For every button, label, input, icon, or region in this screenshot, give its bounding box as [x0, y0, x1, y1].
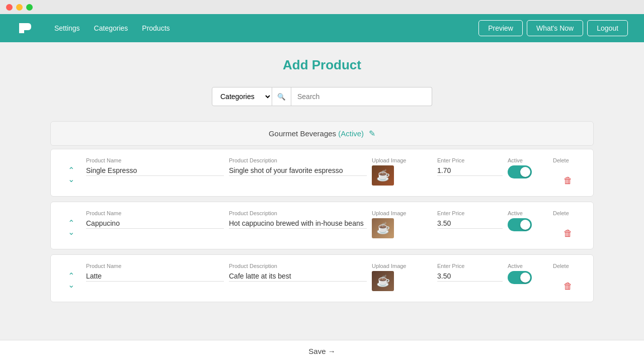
arrow-up-3[interactable]: ⌃: [68, 272, 74, 280]
arrow-down-1[interactable]: ⌄: [68, 175, 74, 184]
edit-category-icon[interactable]: ✎: [369, 129, 375, 138]
category-name: Gourmet Beverages: [269, 129, 336, 138]
product-delete-label-3: Delete: [553, 263, 583, 269]
sort-arrows-3: ⌃ ⌄: [61, 263, 81, 289]
product-active-toggle-2[interactable]: [508, 218, 532, 231]
product-desc-label-3: Product Description: [229, 263, 367, 269]
search-input[interactable]: [291, 87, 432, 106]
product-name-group-3: Product Name: [86, 263, 224, 282]
close-button[interactable]: [6, 4, 13, 11]
product-name-input-1[interactable]: [86, 165, 224, 176]
product-name-input-3[interactable]: [86, 271, 224, 282]
product-delete-btn-2[interactable]: 🗑: [553, 218, 583, 239]
search-icon: 🔍: [277, 93, 286, 101]
arrow-down-3[interactable]: ⌄: [68, 281, 74, 289]
product-price-input-1[interactable]: [437, 165, 503, 176]
toggle-thumb-3: [520, 273, 530, 283]
product-active-group-3: Active: [508, 263, 548, 284]
main-content: Add Product Categories 🔍 Gourmet Beverag…: [0, 42, 644, 362]
product-delete-label-2: Delete: [553, 210, 583, 216]
product-delete-group-1: Delete 🗑: [553, 157, 583, 186]
product-name-group-2: Product Name: [86, 210, 224, 229]
product-active-label-3: Active: [508, 263, 548, 269]
product-price-label-1: Enter Price: [437, 157, 503, 163]
maximize-button[interactable]: [26, 4, 33, 11]
product-active-group-2: Active: [508, 210, 548, 231]
product-image-label-2: Upload Image: [372, 210, 432, 216]
product-image-2[interactable]: ☕: [372, 218, 394, 238]
product-image-group-2: Upload Image ☕: [372, 210, 432, 238]
arrow-up-1[interactable]: ⌃: [68, 166, 74, 174]
product-desc-group-1: Product Description: [229, 157, 367, 176]
search-button[interactable]: 🔍: [272, 87, 291, 106]
toggle-thumb-1: [520, 167, 530, 177]
product-active-group-1: Active: [508, 157, 548, 178]
sort-arrows-2: ⌃ ⌄: [61, 210, 81, 236]
navbar-actions: Preview What's Now Logout: [478, 20, 628, 36]
search-bar-inner: Categories 🔍: [212, 87, 432, 106]
product-card-1: ⌃ ⌄ Product Name Product Description Upl…: [50, 149, 594, 197]
product-delete-btn-3[interactable]: 🗑: [553, 271, 583, 292]
product-row-3: ⌃ ⌄ Product Name Product Description Upl…: [61, 263, 583, 292]
navbar-links: Settings Categories Products: [54, 24, 478, 32]
product-desc-label-2: Product Description: [229, 210, 367, 216]
preview-button[interactable]: Preview: [478, 20, 523, 36]
product-card-3: ⌃ ⌄ Product Name Product Description Upl…: [50, 254, 594, 302]
product-delete-group-2: Delete 🗑: [553, 210, 583, 239]
product-active-label-2: Active: [508, 210, 548, 216]
product-price-input-3[interactable]: [437, 271, 503, 282]
product-delete-btn-1[interactable]: 🗑: [553, 165, 583, 186]
arrow-up-2[interactable]: ⌃: [68, 219, 74, 227]
product-price-label-3: Enter Price: [437, 263, 503, 269]
product-desc-input-2[interactable]: [229, 218, 367, 229]
product-price-group-1: Enter Price: [437, 157, 503, 176]
product-desc-label-1: Product Description: [229, 157, 367, 163]
product-active-toggle-3[interactable]: [508, 271, 532, 284]
product-desc-group-3: Product Description: [229, 263, 367, 282]
save-label: Save →: [308, 347, 335, 355]
toggle-track-1: [508, 165, 532, 178]
nav-categories[interactable]: Categories: [94, 24, 128, 32]
product-name-input-2[interactable]: [86, 218, 224, 229]
product-delete-group-3: Delete 🗑: [553, 263, 583, 292]
product-price-input-2[interactable]: [437, 218, 503, 229]
product-row-2: ⌃ ⌄ Product Name Product Description Upl…: [61, 210, 583, 239]
whats-now-button[interactable]: What's Now: [527, 20, 583, 36]
product-image-label-1: Upload Image: [372, 157, 432, 163]
category-header: Gourmet Beverages (Active) ✎: [50, 121, 594, 146]
product-name-label-3: Product Name: [86, 263, 224, 269]
browser-content: Settings Categories Products Preview Wha…: [0, 14, 644, 362]
product-active-label-1: Active: [508, 157, 548, 163]
product-name-label-1: Product Name: [86, 157, 224, 163]
logout-button[interactable]: Logout: [587, 20, 628, 36]
minimize-button[interactable]: [16, 4, 23, 11]
product-price-label-2: Enter Price: [437, 210, 503, 216]
sort-arrows-1: ⌃ ⌄: [61, 157, 81, 184]
nav-settings[interactable]: Settings: [54, 24, 80, 32]
product-desc-input-1[interactable]: [229, 165, 367, 176]
product-active-toggle-1[interactable]: [508, 165, 532, 178]
product-desc-group-2: Product Description: [229, 210, 367, 229]
app-logo: [16, 19, 34, 37]
product-image-label-3: Upload Image: [372, 263, 432, 269]
product-price-group-2: Enter Price: [437, 210, 503, 229]
product-delete-label-1: Delete: [553, 157, 583, 163]
product-image-1[interactable]: ☕: [372, 165, 394, 186]
toggle-track-2: [508, 218, 532, 231]
category-select[interactable]: Categories: [212, 87, 272, 106]
arrow-down-2[interactable]: ⌄: [68, 228, 74, 236]
page-title: Add Product: [50, 57, 594, 73]
product-row-1: ⌃ ⌄ Product Name Product Description Upl…: [61, 157, 583, 186]
save-bar[interactable]: Save →: [0, 340, 644, 362]
category-status: (Active): [336, 129, 364, 138]
nav-products[interactable]: Products: [142, 24, 170, 32]
toggle-thumb-2: [520, 220, 530, 230]
product-image-3[interactable]: ☕: [372, 271, 394, 291]
product-name-group-1: Product Name: [86, 157, 224, 176]
window-chrome: [0, 0, 644, 14]
product-card-2: ⌃ ⌄ Product Name Product Description Upl…: [50, 202, 594, 249]
search-bar: Categories 🔍: [50, 87, 594, 106]
product-name-label-2: Product Name: [86, 210, 224, 216]
product-image-group-3: Upload Image ☕: [372, 263, 432, 291]
product-desc-input-3[interactable]: [229, 271, 367, 282]
